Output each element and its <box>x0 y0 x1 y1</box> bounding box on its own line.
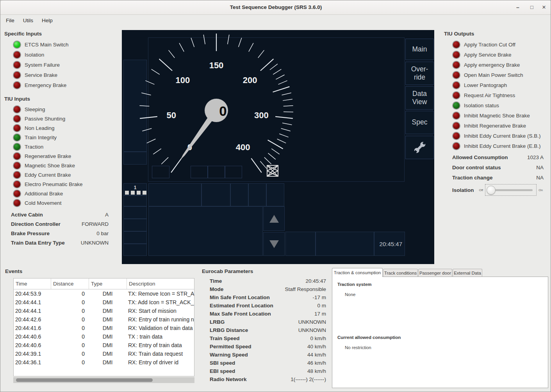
led-indicator[interactable] <box>13 161 21 170</box>
wrench-icon <box>412 140 427 155</box>
led-indicator[interactable] <box>13 124 21 132</box>
table-row[interactable]: 20:44:41.60DMIRX: Validation of train da… <box>14 324 194 332</box>
traction-system-heading: Traction system <box>337 282 372 287</box>
led-indicator[interactable] <box>13 180 21 188</box>
led-row: Open Main Power Switch <box>452 70 545 80</box>
close-button[interactable]: ✕ <box>540 3 548 12</box>
maximize-button[interactable]: □ <box>528 3 536 12</box>
led-indicator[interactable] <box>13 115 21 123</box>
led-indicator <box>452 91 460 99</box>
dmi-button-data-view[interactable]: DataView <box>405 86 434 110</box>
settings-button[interactable] <box>405 136 434 159</box>
led-indicator[interactable] <box>13 71 21 79</box>
up-arrow-icon <box>269 214 280 223</box>
table-row[interactable]: 20:44:53.90DMITX: Remove Icon = STR_AC <box>14 289 194 298</box>
event-type: DMI <box>89 324 127 332</box>
field-row: Radio Network1(------) 2(------) <box>210 375 326 383</box>
event-description: RX: Validation of train data <box>127 324 194 332</box>
tiu-output-fields: Allowed Consumption1023 ADoor control st… <box>452 152 544 183</box>
table-row[interactable]: 20:44:44.10DMITX: Add Icon = STR_ACK_S <box>14 298 194 307</box>
cab-status-fields: Active CabinADirection ControllerFORWARD… <box>11 210 109 247</box>
table-row[interactable]: 20:44:40.60DMIRX: Entry of train data <box>14 341 194 349</box>
table-row[interactable]: 20:44:40.60DMITX : train data <box>14 332 194 341</box>
table-row[interactable]: 20:44:36.10DMIRX: Entry of driver id <box>14 358 194 367</box>
event-description: RX: Entry of train data <box>127 341 194 349</box>
event-description: RX: Entry of train running n <box>127 315 194 324</box>
event-distance: 0 <box>51 307 89 315</box>
field-label: Door control status <box>452 165 501 170</box>
led-indicator[interactable] <box>13 199 21 207</box>
events-hscrollbar[interactable] <box>13 377 194 383</box>
scroll-up-button[interactable] <box>263 206 285 231</box>
isolation-slider[interactable] <box>485 184 537 196</box>
table-row[interactable]: 20:44:39.10DMIRX: Train data request <box>14 349 194 358</box>
tab-track-conditions[interactable]: Track conditions <box>383 269 418 277</box>
minimize-button[interactable]: – <box>514 3 522 12</box>
led-indicator[interactable] <box>13 81 21 89</box>
led-label: Lower Pantograph <box>464 82 507 88</box>
table-row[interactable]: 20:44:42.60DMIRX: Entry of train running… <box>14 315 194 324</box>
events-column-header: Time <box>14 278 51 289</box>
field-value: 46 km/h <box>307 360 326 366</box>
event-distance: 0 <box>51 324 89 332</box>
led-indicator[interactable] <box>13 51 21 59</box>
field-label: Brake Pressure <box>11 231 50 236</box>
led-label: Sleeping <box>25 106 45 112</box>
field-row: Brake Pressure0 bar <box>11 229 109 238</box>
led-indicator[interactable] <box>13 152 21 160</box>
event-distance: 0 <box>51 358 89 367</box>
field-value: FORWARD <box>82 221 109 227</box>
field-row: Max Safe Front Location17 m <box>210 310 326 318</box>
led-indicator[interactable] <box>13 143 21 151</box>
table-row[interactable]: 20:44:44.10DMIRX: Start of mission <box>14 307 194 315</box>
dmi-button-main[interactable]: Main <box>405 39 434 60</box>
dmi-button-spec[interactable]: Spec <box>405 111 434 134</box>
event-time: 20:44:39.1 <box>14 349 51 358</box>
window-title: Test Sequence Debugger (SRS 3.6.0) <box>0 0 551 14</box>
tab-external-data[interactable]: External Data <box>453 269 482 277</box>
led-label: Inhibit Eddy Current Brake (S.B.) <box>464 133 541 139</box>
led-indicator[interactable] <box>13 190 21 198</box>
event-type: DMI <box>89 289 127 298</box>
isolation-slider-handle[interactable] <box>487 186 496 195</box>
event-description: TX : train data <box>127 332 194 341</box>
button-label-line: Main <box>412 45 427 53</box>
scroll-down-button[interactable] <box>263 232 285 256</box>
dmi-button-override[interactable]: Over-ride <box>405 62 434 85</box>
led-row: Emergency Brake <box>13 80 118 90</box>
led-indicator[interactable] <box>13 41 21 49</box>
field-label: EBI speed <box>210 368 235 374</box>
speedometer: 0501001502003004000 <box>134 28 298 192</box>
field-row: Direction ControllerFORWARD <box>11 219 109 229</box>
field-value: NA <box>536 165 544 170</box>
led-indicator <box>452 122 460 130</box>
led-indicator[interactable] <box>13 61 21 69</box>
led-indicator[interactable] <box>13 171 21 179</box>
event-description: RX: Train data request <box>127 349 194 358</box>
led-row: Electro Pneumatic Brake <box>13 179 118 189</box>
dmi-cell <box>123 244 147 256</box>
field-label: Estimated Front Location <box>210 303 273 309</box>
led-indicator[interactable] <box>13 105 21 114</box>
tab-passenger-door[interactable]: Passenger door <box>418 269 452 277</box>
tab-traction-consumption[interactable]: Traction & consumption <box>332 268 383 277</box>
field-row: Door control statusNA <box>452 162 544 172</box>
events-column-header: Type <box>89 278 127 289</box>
field-value: UNKNOWN <box>298 319 326 325</box>
event-type: DMI <box>89 298 127 307</box>
led-row: Apply Service Brake <box>452 50 545 60</box>
field-value: 20:45:47 <box>305 278 326 284</box>
led-indicator[interactable] <box>13 133 21 142</box>
menu-item-help[interactable]: Help <box>37 15 57 26</box>
button-label-line: Over- <box>411 65 428 73</box>
clock-cell: 20:45:47 <box>374 232 405 256</box>
led-label: Eddy Current Brake <box>25 172 71 178</box>
led-row: Inhibit Eddy Current Brake (E.B.) <box>452 141 545 151</box>
event-time: 20:44:41.6 <box>14 324 51 332</box>
events-hscrollbar-thumb[interactable] <box>16 378 153 382</box>
led-row: Inhibit Magnetic Shoe Brake <box>452 110 545 121</box>
menu-item-utils[interactable]: Utils <box>19 15 37 26</box>
menu-item-file[interactable]: File <box>2 15 19 26</box>
event-description: RX: Entry of driver id <box>127 358 194 367</box>
button-label-line: ride <box>414 73 425 82</box>
